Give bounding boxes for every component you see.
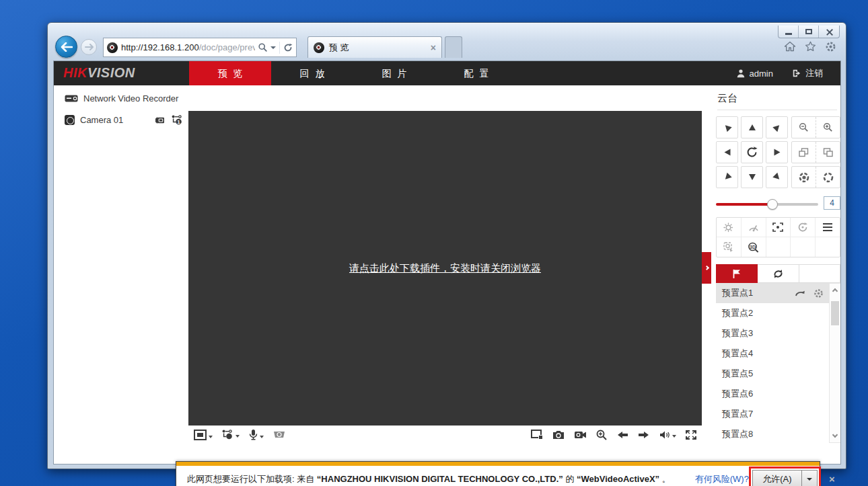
stream-type-icon[interactable]: 1 xyxy=(172,115,183,125)
device-name: Network Video Recorder xyxy=(83,93,178,104)
capture-icon[interactable] xyxy=(552,430,565,440)
light-button[interactable] xyxy=(717,218,742,237)
browser-tab[interactable]: 预 览 × xyxy=(308,36,442,58)
download-plugin-link[interactable]: 请点击此处下载插件，安装时请关闭浏览器 xyxy=(349,262,541,275)
ptz-down-right-button[interactable] xyxy=(766,166,788,188)
scroll-down-icon[interactable] xyxy=(832,432,838,438)
ptz-down-left-button[interactable] xyxy=(716,166,738,188)
record-icon[interactable] xyxy=(574,430,587,440)
allow-button-highlight: 允许(A) xyxy=(749,467,821,486)
focus-far-icon xyxy=(799,148,809,157)
ptz-right-button[interactable] xyxy=(766,141,788,163)
wiper-button[interactable] xyxy=(742,218,766,237)
dropdown-caret-icon xyxy=(807,478,812,481)
notification-close-button[interactable]: × xyxy=(829,473,835,485)
tab-presets[interactable] xyxy=(716,264,758,283)
preset-item[interactable]: 预置点1 xyxy=(716,283,829,303)
minimize-button[interactable] xyxy=(779,26,799,38)
ptz-auto-scan-button[interactable] xyxy=(741,141,763,163)
ptz-speed-slider[interactable] xyxy=(716,198,818,210)
tools-gear-icon[interactable] xyxy=(825,41,836,52)
zoom-in-button[interactable] xyxy=(816,117,840,138)
allow-dropdown-button[interactable] xyxy=(802,470,818,486)
search-icon[interactable] xyxy=(258,43,267,52)
ptz-up-right-button[interactable] xyxy=(766,116,788,138)
scroll-up-icon[interactable] xyxy=(832,288,838,294)
preset-item[interactable]: 预置点4 xyxy=(716,343,829,364)
tab-pattern[interactable] xyxy=(799,264,840,283)
tab-patrol[interactable] xyxy=(758,264,799,283)
menu-icon xyxy=(823,223,832,231)
address-bar[interactable]: http://192.168.1.200/doc/page/preview xyxy=(103,38,297,57)
ptz-speed-value[interactable]: 4 xyxy=(824,196,840,210)
fullscreen-icon[interactable] xyxy=(686,430,696,440)
microphone-icon xyxy=(249,429,258,440)
preset-label: 预置点6 xyxy=(722,389,753,399)
tab-playback[interactable]: 回放 xyxy=(271,61,353,85)
manual-tracking-button[interactable] xyxy=(717,237,742,257)
ptz-left-button[interactable] xyxy=(716,141,738,163)
ptz-function-grid: 3D xyxy=(716,217,840,257)
scrollbar-thumb[interactable] xyxy=(831,301,839,325)
search-dropdown-icon[interactable] xyxy=(270,46,276,49)
call-preset-icon[interactable] xyxy=(795,289,805,297)
window-division-button[interactable] xyxy=(194,430,213,440)
iris-close-icon xyxy=(799,172,809,183)
slider-handle[interactable] xyxy=(767,199,778,210)
digital-zoom-icon[interactable] xyxy=(596,430,607,440)
arrow-down-right-icon xyxy=(772,173,781,181)
function-row-2: 3D xyxy=(717,237,840,257)
zoom-3d-button[interactable]: 3D xyxy=(742,237,766,257)
preset-item[interactable]: 预置点8 xyxy=(716,424,829,444)
ptz-up-left-button[interactable] xyxy=(716,116,738,138)
forward-button[interactable] xyxy=(81,39,97,55)
stop-all-live-icon[interactable] xyxy=(531,430,543,440)
new-tab-button[interactable] xyxy=(445,36,462,58)
device-list-item[interactable]: Network Video Recorder xyxy=(65,93,178,104)
ptz-up-button[interactable] xyxy=(741,116,763,138)
set-preset-gear-icon[interactable] xyxy=(813,288,824,298)
preset-item[interactable]: 预置点6 xyxy=(716,384,829,404)
focus-far-button[interactable] xyxy=(792,142,816,163)
zoom-out-button[interactable] xyxy=(792,117,816,138)
back-button[interactable] xyxy=(55,36,77,58)
auxiliary-focus-button[interactable] xyxy=(766,218,791,237)
close-button[interactable] xyxy=(819,26,839,38)
logout-button[interactable]: 注销 xyxy=(792,67,823,79)
iris-open-button[interactable] xyxy=(816,167,840,188)
camera-channel-icon xyxy=(65,115,75,125)
favorites-star-icon[interactable] xyxy=(805,41,816,52)
tab-close-button[interactable]: × xyxy=(431,42,436,53)
voice-talk-button[interactable] xyxy=(273,430,285,439)
preset-scrollbar[interactable] xyxy=(829,283,841,443)
focus-near-button[interactable] xyxy=(816,142,840,163)
camera-list-item[interactable]: Camera 01 1 xyxy=(65,115,183,125)
preset-item[interactable]: 预置点2 xyxy=(716,303,829,323)
preset-item[interactable]: 预置点7 xyxy=(716,404,829,424)
maximize-button[interactable] xyxy=(799,26,819,38)
tab-favicon xyxy=(314,42,324,53)
home-icon[interactable] xyxy=(784,41,796,52)
panel-collapse-handle[interactable] xyxy=(702,252,711,284)
tab-configuration[interactable]: 配置 xyxy=(435,61,517,85)
stream-select-button[interactable] xyxy=(222,430,240,440)
ptz-down-button[interactable] xyxy=(741,166,763,188)
stream-select-icon xyxy=(222,430,233,440)
lens-init-button[interactable] xyxy=(791,218,816,237)
tab-preview[interactable]: 预览 xyxy=(189,61,271,85)
volume-button[interactable] xyxy=(659,430,676,440)
preset-item[interactable]: 预置点3 xyxy=(716,323,829,343)
auxiliary-focus-icon xyxy=(772,222,783,232)
iris-close-button[interactable] xyxy=(792,167,816,188)
next-icon[interactable] xyxy=(638,431,650,439)
start-live-view-icon[interactable] xyxy=(153,116,166,125)
preset-item[interactable]: 预置点5 xyxy=(716,364,829,384)
allow-button[interactable]: 允许(A) xyxy=(752,470,802,486)
previous-icon[interactable] xyxy=(616,431,628,439)
two-way-audio-button[interactable] xyxy=(249,429,264,440)
lens-init-icon xyxy=(797,222,808,233)
ptz-menu-button[interactable] xyxy=(816,218,840,237)
risk-info-link[interactable]: 有何风险(W)? xyxy=(695,473,749,485)
refresh-icon[interactable] xyxy=(283,43,293,52)
tab-picture[interactable]: 图片 xyxy=(353,61,435,85)
